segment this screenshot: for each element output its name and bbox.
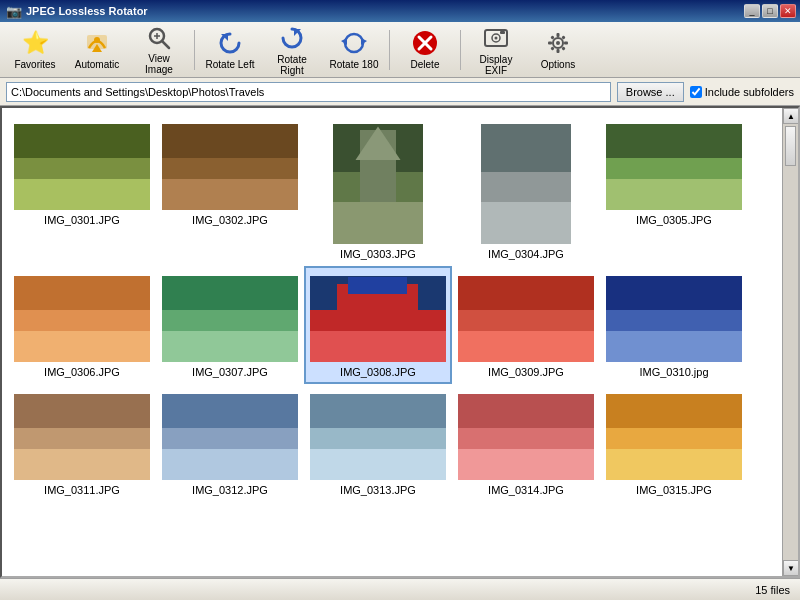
separator-2 — [389, 30, 390, 70]
address-bar: Browse ... Include subfolders — [0, 78, 800, 106]
close-button[interactable]: ✕ — [780, 4, 796, 18]
svg-rect-19 — [557, 33, 560, 37]
photo-item-14[interactable]: IMG_0314.JPG — [452, 384, 600, 502]
photo-thumb-1 — [14, 124, 150, 210]
photo-label-9: IMG_0309.JPG — [488, 366, 564, 378]
favorites-icon: ⭐ — [21, 30, 49, 57]
rotate-left-icon — [216, 29, 244, 57]
photo-thumb-6 — [14, 276, 150, 362]
svg-rect-22 — [564, 42, 568, 45]
subfolder-checkbox[interactable] — [690, 86, 702, 98]
toolbar: ⭐ Favorites Automatic View Image — [0, 22, 800, 78]
photo-label-14: IMG_0314.JPG — [488, 484, 564, 496]
photo-label-6: IMG_0306.JPG — [44, 366, 120, 378]
favorites-label: Favorites — [14, 59, 55, 70]
rotate-right-button[interactable]: Rotate Right — [263, 27, 321, 73]
delete-label: Delete — [411, 59, 440, 70]
photo-item-12[interactable]: IMG_0312.JPG — [156, 384, 304, 502]
photo-thumb-15 — [606, 394, 742, 480]
options-button[interactable]: Options — [529, 27, 587, 73]
photo-item-15[interactable]: IMG_0315.JPG — [600, 384, 748, 502]
view-image-button[interactable]: View Image — [130, 27, 188, 73]
rotate-180-button[interactable]: Rotate 180 — [325, 27, 383, 73]
browse-button[interactable]: Browse ... — [617, 82, 684, 102]
window-controls: _ □ ✕ — [744, 4, 796, 18]
file-count: 15 files — [755, 584, 790, 596]
photo-item-9[interactable]: IMG_0309.JPG — [452, 266, 600, 384]
rotate-left-button[interactable]: Rotate Left — [201, 27, 259, 73]
minimize-button[interactable]: _ — [744, 4, 760, 18]
scroll-thumb[interactable] — [785, 126, 796, 166]
thumb-image-14 — [458, 394, 594, 480]
rotate-180-label: Rotate 180 — [330, 59, 379, 70]
photo-label-1: IMG_0301.JPG — [44, 214, 120, 226]
thumb-image-9 — [458, 276, 594, 362]
photo-item-3[interactable]: IMG_0303.JPG — [304, 114, 452, 266]
photo-item-11[interactable]: IMG_0311.JPG — [8, 384, 156, 502]
thumb-image-4 — [481, 124, 571, 244]
thumb-image-13 — [310, 394, 446, 480]
photo-item-8[interactable]: IMG_0308.JPG — [304, 266, 452, 384]
photo-item-1[interactable]: IMG_0301.JPG — [8, 114, 156, 266]
photo-thumb-12 — [162, 394, 298, 480]
photo-item-6[interactable]: IMG_0306.JPG — [8, 266, 156, 384]
photo-label-13: IMG_0313.JPG — [340, 484, 416, 496]
thumb-image-8 — [310, 276, 446, 362]
rotate-left-label: Rotate Left — [206, 59, 255, 70]
photo-thumb-8 — [310, 276, 446, 362]
automatic-label: Automatic — [75, 59, 119, 70]
photo-label-4: IMG_0304.JPG — [488, 248, 564, 260]
app-icon: 📷 — [6, 4, 22, 19]
title-bar: 📷 JPEG Lossless Rotator _ □ ✕ — [0, 0, 800, 22]
photo-grid-area: IMG_0301.JPGIMG_0302.JPGIMG_0303.JPGIMG_… — [0, 106, 800, 578]
photo-label-7: IMG_0307.JPG — [192, 366, 268, 378]
path-input[interactable] — [6, 82, 611, 102]
photo-thumb-5 — [606, 124, 742, 210]
display-exif-button[interactable]: Display EXIF — [467, 27, 525, 73]
display-exif-icon — [482, 24, 510, 52]
photo-thumb-4 — [481, 124, 571, 244]
photo-item-2[interactable]: IMG_0302.JPG — [156, 114, 304, 266]
scroll-down-arrow[interactable]: ▼ — [783, 560, 799, 576]
thumb-image-6 — [14, 276, 150, 362]
subfolder-label: Include subfolders — [705, 86, 794, 98]
photo-item-5[interactable]: IMG_0305.JPG — [600, 114, 748, 266]
photo-label-3: IMG_0303.JPG — [340, 248, 416, 260]
view-image-icon — [145, 25, 173, 51]
maximize-button[interactable]: □ — [762, 4, 778, 18]
rotate-180-icon — [340, 29, 368, 57]
thumb-image-15 — [606, 394, 742, 480]
rotate-right-label: Rotate Right — [266, 54, 318, 76]
photo-item-4[interactable]: IMG_0304.JPG — [452, 114, 600, 266]
scroll-up-arrow[interactable]: ▲ — [783, 108, 799, 124]
separator-3 — [460, 30, 461, 70]
options-icon — [544, 29, 572, 57]
subfolder-checkbox-label[interactable]: Include subfolders — [690, 86, 794, 98]
scroll-track[interactable] — [783, 124, 798, 560]
app-title: JPEG Lossless Rotator — [26, 5, 148, 17]
photo-label-5: IMG_0305.JPG — [636, 214, 712, 226]
view-image-label: View Image — [133, 53, 185, 75]
svg-rect-20 — [557, 49, 560, 53]
separator-1 — [194, 30, 195, 70]
photo-thumb-2 — [162, 124, 298, 210]
photo-thumb-7 — [162, 276, 298, 362]
favorites-button[interactable]: ⭐ Favorites — [6, 27, 64, 73]
vertical-scrollbar[interactable]: ▲ ▼ — [782, 108, 798, 576]
photo-item-13[interactable]: IMG_0313.JPG — [304, 384, 452, 502]
photo-label-8: IMG_0308.JPG — [340, 366, 416, 378]
thumb-image-1 — [14, 124, 150, 210]
thumb-image-7 — [162, 276, 298, 362]
svg-line-3 — [162, 41, 169, 48]
svg-point-15 — [495, 36, 498, 39]
photo-item-7[interactable]: IMG_0307.JPG — [156, 266, 304, 384]
svg-point-18 — [556, 41, 560, 45]
photo-item-10[interactable]: IMG_0310.jpg — [600, 266, 748, 384]
automatic-button[interactable]: Automatic — [68, 27, 126, 73]
photo-thumb-10 — [606, 276, 742, 362]
svg-rect-21 — [548, 42, 552, 45]
photo-thumb-9 — [458, 276, 594, 362]
delete-button[interactable]: Delete — [396, 27, 454, 73]
automatic-icon — [83, 30, 111, 57]
status-bar: 15 files — [0, 578, 800, 600]
